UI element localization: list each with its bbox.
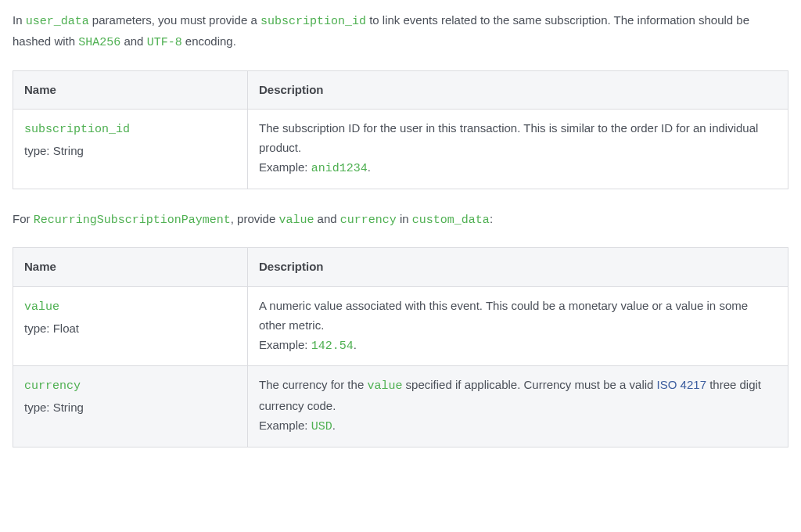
col-header-description: Description xyxy=(248,248,788,287)
param-type: type: String xyxy=(24,398,236,418)
param-name: subscription_id xyxy=(24,123,130,136)
col-header-name: Name xyxy=(13,70,248,110)
param-example: Example: 142.54. xyxy=(259,336,777,357)
param-description: The subscription ID for the user in this… xyxy=(259,119,777,158)
param-description: A numeric value associated with this eve… xyxy=(259,297,777,336)
code-recurring-subscription-payment: RecurringSubscriptionPayment xyxy=(34,214,231,227)
param-description: The currency for the value specified if … xyxy=(259,376,777,416)
iso-4217-link[interactable]: ISO 4217 xyxy=(657,378,706,391)
code-subscription-id: subscription_id xyxy=(260,15,366,28)
col-header-name: Name xyxy=(13,248,248,287)
code-utf8: UTF-8 xyxy=(147,36,182,49)
param-type: type: Float xyxy=(24,319,236,339)
param-example: Example: anid1234. xyxy=(259,158,777,179)
code-user-data: user_data xyxy=(26,15,89,28)
intro-paragraph-2: For RecurringSubscriptionPayment, provid… xyxy=(13,210,788,231)
code-value: value xyxy=(278,214,314,227)
intro-paragraph-1: In user_data parameters, you must provid… xyxy=(13,11,788,53)
col-header-description: Description xyxy=(248,70,788,110)
param-type: type: String xyxy=(24,142,236,161)
code-sha256: SHA256 xyxy=(78,36,120,49)
param-name: currency xyxy=(24,379,81,393)
user-data-table: Name Description subscription_id type: S… xyxy=(13,70,788,189)
table-row: subscription_id type: String The subscri… xyxy=(13,110,788,189)
param-example: Example: USD. xyxy=(259,416,777,437)
custom-data-table: Name Description value type: Float A num… xyxy=(13,247,788,447)
code-currency: currency xyxy=(340,214,397,227)
table-row: value type: Float A numeric value associ… xyxy=(13,287,788,366)
code-custom-data: custom_data xyxy=(412,214,490,227)
table-row: currency type: String The currency for t… xyxy=(13,366,788,447)
param-name: value xyxy=(24,300,59,314)
